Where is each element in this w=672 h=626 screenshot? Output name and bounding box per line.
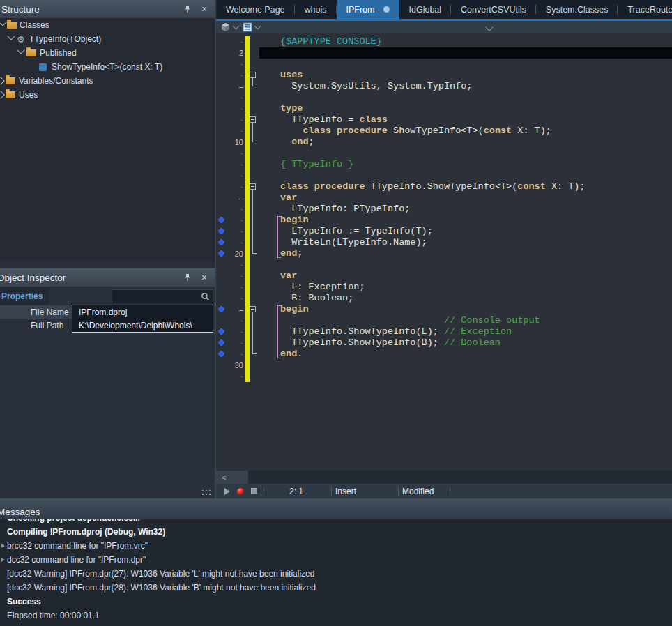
code-line-31[interactable]: ·: [216, 371, 672, 382]
breakpoint-margin[interactable]: [216, 148, 226, 159]
breakpoint-margin[interactable]: [216, 360, 226, 371]
run-icon[interactable]: [224, 488, 230, 495]
breakpoint-margin[interactable]: [216, 170, 226, 181]
toolbar-collapse-chevron-icon[interactable]: [485, 23, 493, 31]
code-line-2[interactable]: 2: [216, 47, 672, 59]
code-line-28[interactable]: · TTypeInfo.ShowTypeInfo(B); // Boolean: [216, 337, 672, 349]
breakpoint-margin[interactable]: [216, 304, 226, 315]
breakpoint-margin[interactable]: [216, 326, 226, 337]
code-line-12[interactable]: ·{ TTypeInfo }: [216, 159, 672, 170]
code-line-17[interactable]: ·begin: [216, 215, 672, 226]
property-value[interactable]: K:\Development\Delphi\Whois\: [72, 319, 213, 332]
code-line-26[interactable]: · // Console output: [216, 315, 672, 326]
code-line-25[interactable]: –begin: [216, 304, 672, 315]
breakpoint-margin[interactable]: [216, 125, 226, 137]
breakpoint-margin[interactable]: [216, 36, 226, 47]
breakpoint-margin[interactable]: [216, 70, 226, 81]
code-line-22[interactable]: ·var: [216, 270, 672, 282]
fold-collapse-icon[interactable]: [250, 183, 256, 190]
code-line-4[interactable]: ·uses: [216, 70, 672, 81]
pin-icon[interactable]: [183, 4, 192, 14]
breakpoint-margin[interactable]: [216, 371, 226, 382]
code-line-3[interactable]: ·: [216, 59, 672, 70]
code-line-7[interactable]: ·type: [216, 103, 672, 114]
breakpoint-margin[interactable]: [216, 248, 226, 259]
message-row[interactable]: Success: [0, 595, 672, 609]
breakpoint-margin[interactable]: [216, 315, 226, 326]
code-line-15[interactable]: –var: [216, 192, 672, 204]
code-line-8[interactable]: · TTypeInfo = class: [216, 114, 672, 125]
expand-arrow-icon[interactable]: [1, 558, 5, 562]
breakpoint-margin[interactable]: [216, 259, 226, 270]
code-line-11[interactable]: ·: [216, 148, 672, 159]
property-search-input[interactable]: [112, 289, 213, 303]
tree-item-classes[interactable]: Classes: [0, 18, 215, 32]
code-line-24[interactable]: · B: Boolean;: [216, 293, 672, 304]
message-row[interactable]: dcc32 command line for "IPFrom.dpr": [0, 553, 672, 567]
tree-item-published[interactable]: Published: [0, 46, 215, 60]
close-icon[interactable]: ×: [199, 273, 209, 282]
editor-tab-welcome-page[interactable]: Welcome Page: [216, 0, 295, 19]
breakpoint-margin[interactable]: [216, 282, 226, 293]
code-line-29[interactable]: ·end.: [216, 349, 672, 360]
code-line-19[interactable]: · WriteLn(LTypeInfo.Name);: [216, 237, 672, 248]
pin-icon[interactable]: [183, 273, 192, 282]
code-line-13[interactable]: ·: [216, 170, 672, 181]
editor-horizontal-scrollbar[interactable]: <: [216, 471, 672, 484]
breakpoint-margin[interactable]: [216, 293, 226, 304]
tab-properties[interactable]: Properties: [0, 287, 49, 305]
breakpoint-margin[interactable]: [216, 237, 226, 248]
fold-collapse-icon[interactable]: [250, 72, 256, 78]
expand-arrow-icon[interactable]: [1, 544, 5, 548]
code-line-5[interactable]: – System.SysUtils, System.TypInfo;: [216, 81, 672, 92]
build-target-icon[interactable]: [220, 22, 231, 32]
message-row[interactable]: [dcc32 Warning] IPFrom.dpr(27): W1036 Va…: [0, 567, 672, 581]
tree-item-uses[interactable]: Uses: [0, 88, 215, 102]
breakpoint-margin[interactable]: [216, 114, 226, 125]
stop-icon[interactable]: [251, 488, 257, 494]
breakpoint-margin[interactable]: [216, 181, 226, 192]
code-line-9[interactable]: · class procedure ShowTypeInfo<T>(const …: [216, 125, 672, 137]
breakpoint-margin[interactable]: [216, 137, 226, 148]
breakpoint-margin[interactable]: [216, 204, 226, 215]
breakpoint-margin[interactable]: [216, 81, 226, 92]
code-line-21[interactable]: ·: [216, 259, 672, 270]
message-row[interactable]: Compiling IPFrom.dproj (Debug, Win32): [0, 525, 672, 539]
code-line-18[interactable]: · LTypeInfo := TypeInfo(T);: [216, 226, 672, 237]
editor-tab-convertcsvutils[interactable]: ConvertCSVUtils: [451, 0, 536, 19]
property-value-box[interactable]: IPFrom.dprojK:\Development\Delphi\Whois\: [72, 305, 213, 333]
fold-collapse-icon[interactable]: [250, 116, 256, 123]
property-value[interactable]: IPFrom.dproj: [72, 305, 213, 319]
fold-collapse-icon[interactable]: [250, 306, 256, 312]
message-row[interactable]: brcc32 command line for "IPFrom.vrc": [0, 539, 672, 553]
tree-item-variables-constants[interactable]: Variables/Constants: [0, 74, 215, 88]
close-icon[interactable]: ×: [199, 4, 209, 14]
editor-tab-whois[interactable]: whois: [295, 0, 337, 19]
message-row[interactable]: [dcc32 Warning] IPFrom.dpr(28): W1036 Va…: [0, 581, 672, 595]
code-line-10[interactable]: 10 end;: [216, 137, 672, 148]
scrollbar-thumb[interactable]: <: [216, 471, 248, 484]
breakpoint-margin[interactable]: [216, 59, 226, 70]
breakpoint-margin[interactable]: [216, 226, 226, 237]
tree-item-ttypeinfo-tobject[interactable]: ⚙TTypeInfo(TObject): [0, 32, 215, 46]
breakpoint-margin[interactable]: [216, 270, 226, 282]
message-row[interactable]: Checking project dependencies...: [0, 519, 672, 525]
breakpoint-margin[interactable]: [216, 47, 226, 59]
chevron-down-icon[interactable]: [254, 23, 261, 30]
editor-tab-traceroute[interactable]: TraceRoute: [618, 0, 672, 19]
breakpoint-margin[interactable]: [216, 349, 226, 360]
editor-view-icon[interactable]: [243, 22, 252, 32]
code-line-6[interactable]: ·: [216, 92, 672, 103]
code-line-16[interactable]: · LTypeInfo: PTypeInfo;: [216, 204, 672, 215]
code-editor[interactable]: ·{$APPTYPE CONSOLE}2··uses– System.SysUt…: [216, 33, 672, 471]
breakpoint-icon[interactable]: [237, 488, 244, 495]
panel-resize-grip[interactable]: [202, 490, 212, 497]
message-row[interactable]: Elapsed time: 00:00:01.1: [0, 609, 672, 623]
breakpoint-margin[interactable]: [216, 215, 226, 226]
scroll-left-arrow-icon[interactable]: <: [222, 473, 226, 482]
breakpoint-margin[interactable]: [216, 103, 226, 114]
code-line-27[interactable]: · TTypeInfo.ShowTypeInfo(L); // Exceptio…: [216, 326, 672, 337]
breakpoint-margin[interactable]: [216, 92, 226, 103]
breakpoint-margin[interactable]: [216, 159, 226, 170]
breakpoint-margin[interactable]: [216, 192, 226, 204]
